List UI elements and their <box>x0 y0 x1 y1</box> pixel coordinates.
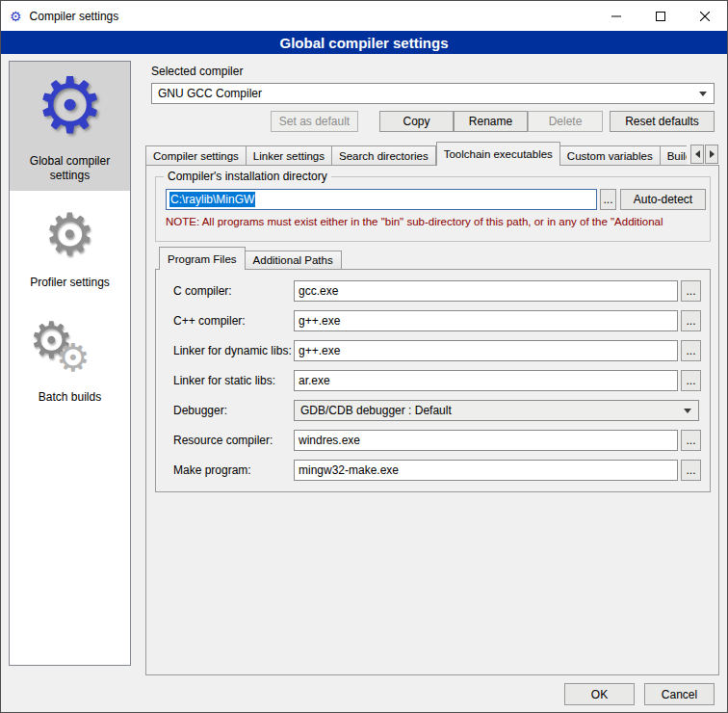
settings-category-sidebar: ⚙ Global compiler settings ⚙ Profiler se… <box>9 61 131 666</box>
tab-scroll-right-button[interactable] <box>705 145 718 164</box>
installation-directory-note: NOTE: All programs must exist either in … <box>166 216 705 227</box>
resource-compiler-label: Resource compiler: <box>173 434 273 447</box>
make-program-browse-button[interactable]: ... <box>681 460 701 481</box>
linker-dynamic-input[interactable] <box>294 340 678 361</box>
sidebar-item-label: Batch builds <box>12 390 128 405</box>
cpp-compiler-label: C++ compiler: <box>173 314 246 328</box>
close-button[interactable] <box>683 1 727 31</box>
cpp-compiler-browse-button[interactable]: ... <box>681 310 701 331</box>
sidebar-item-batch-builds[interactable]: ⚙ ⚙ Batch builds <box>10 298 130 412</box>
window-title: Compiler settings <box>30 10 119 23</box>
global-compiler-settings-icon: ⚙ <box>12 67 128 152</box>
selected-compiler-value: GNU GCC Compiler <box>158 87 262 100</box>
tab-linker-settings[interactable]: Linker settings <box>247 145 332 166</box>
sidebar-item-profiler-settings[interactable]: ⚙ Profiler settings <box>10 191 130 298</box>
debugger-dropdown[interactable]: GDB/CDB debugger : Default <box>294 400 699 421</box>
cpp-compiler-input[interactable] <box>294 310 678 331</box>
c-compiler-browse-button[interactable]: ... <box>681 280 701 302</box>
tab-search-directories[interactable]: Search directories <box>332 145 436 166</box>
window-icon: ⚙ <box>10 10 22 23</box>
make-program-label: Make program: <box>173 463 251 477</box>
set-as-default-button[interactable]: Set as default <box>271 111 358 132</box>
batch-builds-icon: ⚙ ⚙ <box>12 315 128 388</box>
tab-toolchain-executables[interactable]: Toolchain executables <box>436 142 560 166</box>
tab-custom-variables[interactable]: Custom variables <box>560 145 661 166</box>
copy-button[interactable]: Copy <box>379 111 454 132</box>
maximize-button[interactable] <box>638 1 683 31</box>
profiler-settings-icon: ⚙ <box>12 206 128 274</box>
linker-static-browse-button[interactable]: ... <box>681 370 701 391</box>
title-bar: ⚙ Compiler settings <box>1 1 727 31</box>
debugger-value: GDB/CDB debugger : Default <box>300 404 452 417</box>
linker-dynamic-browse-button[interactable]: ... <box>681 340 701 361</box>
installation-directory-value: C:\raylib\MinGW <box>169 192 255 207</box>
cancel-button[interactable]: Cancel <box>644 683 715 705</box>
installation-directory-input[interactable]: C:\raylib\MinGW <box>166 189 597 210</box>
program-files-tabs: Program Files Additional Paths <box>159 247 342 270</box>
sidebar-item-label: Global compiler settings <box>12 154 128 183</box>
chevron-down-icon <box>684 409 691 413</box>
installation-directory-group-label: Compiler's installation directory <box>164 170 331 183</box>
c-compiler-row: C compiler: ... <box>156 280 710 302</box>
ok-button[interactable]: OK <box>564 683 635 705</box>
selected-compiler-label: Selected compiler <box>151 65 243 78</box>
subtab-program-files[interactable]: Program Files <box>159 247 246 270</box>
reset-defaults-button[interactable]: Reset defaults <box>610 111 715 132</box>
cpp-compiler-row: C++ compiler: ... <box>156 310 710 331</box>
selected-compiler-dropdown[interactable]: GNU GCC Compiler <box>151 83 715 104</box>
installation-directory-browse-button[interactable]: ... <box>600 189 616 210</box>
compiler-settings-dialog: ⚙ Compiler settings Global compiler sett… <box>0 0 728 713</box>
banner-title: Global compiler settings <box>279 35 448 51</box>
chevron-down-icon <box>699 92 707 96</box>
resource-compiler-input[interactable] <box>294 430 678 451</box>
settings-tabs: Compiler settings Linker settings Search… <box>145 142 687 166</box>
c-compiler-input[interactable] <box>294 280 678 302</box>
tab-scroll-left-button[interactable] <box>690 145 704 164</box>
linker-static-input[interactable] <box>294 370 678 391</box>
chevron-right-icon <box>710 150 715 158</box>
sidebar-item-global-compiler-settings[interactable]: ⚙ Global compiler settings <box>10 62 130 191</box>
rename-button[interactable]: Rename <box>454 111 528 132</box>
linker-dynamic-row: Linker for dynamic libs: ... <box>156 340 710 361</box>
chevron-left-icon <box>695 150 700 158</box>
linker-static-row: Linker for static libs: ... <box>156 370 710 391</box>
installation-directory-group: Compiler's installation directory C:\ray… <box>155 176 711 242</box>
close-icon <box>700 12 710 21</box>
banner: Global compiler settings <box>1 31 727 54</box>
linker-dynamic-label: Linker for dynamic libs: <box>173 344 292 357</box>
c-compiler-label: C compiler: <box>173 284 232 298</box>
tab-build-options[interactable]: Build <box>661 145 687 166</box>
caption-buttons <box>594 1 727 31</box>
minimize-button[interactable] <box>594 1 638 31</box>
debugger-label: Debugger: <box>173 404 227 417</box>
subtab-additional-paths[interactable]: Additional Paths <box>246 251 342 270</box>
resource-compiler-browse-button[interactable]: ... <box>681 430 701 451</box>
tab-compiler-settings[interactable]: Compiler settings <box>145 145 247 166</box>
delete-button[interactable]: Delete <box>528 111 603 132</box>
debugger-row: Debugger: GDB/CDB debugger : Default <box>156 400 710 421</box>
minimize-icon <box>611 12 621 21</box>
resource-compiler-row: Resource compiler: ... <box>156 430 710 451</box>
maximize-icon <box>656 12 665 21</box>
program-files-panel: C compiler: ... C++ compiler: ... Linker… <box>155 269 711 492</box>
linker-static-label: Linker for static libs: <box>173 374 275 387</box>
make-program-row: Make program: ... <box>156 460 710 481</box>
auto-detect-button[interactable]: Auto-detect <box>620 189 706 210</box>
make-program-input[interactable] <box>294 460 678 481</box>
sidebar-item-label: Profiler settings <box>12 276 128 290</box>
